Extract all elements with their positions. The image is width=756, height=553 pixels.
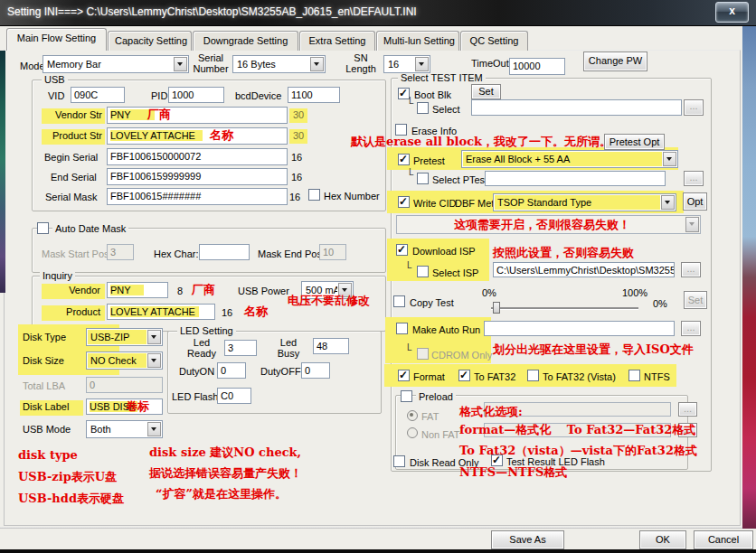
vendor-str-length: 30 (289, 108, 307, 123)
usb-group-legend: USB (42, 74, 68, 86)
auto-date-mask-checkbox[interactable] (37, 222, 49, 234)
chevron-down-icon[interactable] (174, 57, 187, 71)
boot-blk-select-input[interactable] (471, 99, 682, 116)
inquiry-product-label: Product (42, 305, 105, 321)
tree-branch: L (407, 343, 412, 352)
make-auto-run-input[interactable] (484, 321, 675, 336)
chevron-down-icon[interactable] (147, 422, 161, 436)
boot-blk-set-button[interactable]: Set (471, 84, 501, 99)
boot-blk-browse-button[interactable]: ... (684, 99, 704, 116)
inquiry-product-input[interactable]: LOVELY ATTACHE (107, 304, 215, 320)
dutyon-input[interactable]: 0 (217, 362, 246, 379)
led-busy-label: LedBusy (269, 337, 307, 359)
chevron-down-icon[interactable] (147, 353, 161, 368)
select-isp-checkbox[interactable] (417, 266, 429, 277)
bcddevice-input[interactable]: 1100 (288, 87, 340, 103)
serial-number-select[interactable]: 16 Bytes (232, 55, 326, 73)
sn-length-label: SNLength (340, 52, 382, 74)
preload-checkbox[interactable] (401, 390, 412, 402)
copy-test-slider-track[interactable] (491, 307, 638, 309)
timeout-input[interactable]: 10000 (509, 58, 565, 75)
pretest-checkbox[interactable] (398, 154, 410, 165)
pretest-opt-button[interactable]: Pretest Opt (604, 134, 665, 150)
copy-test-slider-thumb[interactable] (493, 302, 500, 314)
usb-mode-select[interactable]: Both (86, 420, 163, 438)
tab-downgrade-setting[interactable]: Downgrade Setting (193, 31, 298, 51)
begin-serial-input[interactable]: FBF1006150000072 (107, 148, 288, 165)
tab-multi-lun-setting[interactable]: Multi-lun Setting (376, 31, 459, 51)
to-fat32-vista-checkbox[interactable] (527, 370, 539, 381)
note-fail-warning: 据说选择错误容易量产失败！ (149, 466, 302, 480)
change-pw-button[interactable]: Change PW (583, 52, 647, 71)
tab-capacity-setting[interactable]: Capacity Setting (108, 31, 192, 51)
tab-main-flow-setting[interactable]: Main Flow Setting (6, 28, 107, 51)
disk-size-select[interactable]: NO Check (86, 351, 163, 370)
inquiry-vendor-input[interactable]: PNY (107, 282, 168, 298)
product-str-input[interactable]: LOVELY ATTACHE (107, 127, 288, 145)
dbf-method-select[interactable]: TSOP Standard Type (493, 193, 676, 211)
chevron-down-icon[interactable] (310, 57, 324, 71)
opt-button[interactable]: Opt (683, 192, 707, 211)
hex-char-input[interactable] (199, 244, 250, 260)
hex-number-checkbox[interactable] (308, 189, 320, 201)
dutyoff-input[interactable]: 0 (301, 362, 330, 379)
mask-end-pos-label: Mask End Pos: (258, 248, 325, 260)
select-ptest-checkbox[interactable] (417, 173, 429, 184)
non-fat-radio[interactable] (407, 427, 418, 438)
make-auto-run-checkbox[interactable] (396, 323, 408, 334)
chevron-down-icon[interactable] (663, 152, 676, 166)
copy-test-checkbox[interactable] (393, 295, 405, 307)
pretest-select[interactable]: Erase All Block + 55 AA (461, 150, 678, 168)
mode-select[interactable]: Memory Bar (43, 55, 189, 73)
pid-input[interactable]: 1000 (168, 87, 224, 103)
select-isp-input[interactable]: C:\Users\LemmyChrist\Desktop\SM3255A (493, 262, 675, 277)
select-ptest-browse-button[interactable]: ... (684, 171, 704, 186)
cdrom-only-checkbox[interactable] (417, 348, 429, 360)
boot-blk-label: Boot Blk (414, 89, 451, 101)
led-busy-input[interactable]: 48 (313, 338, 349, 354)
desktop-wallpaper-left (0, 51, 5, 293)
chevron-down-icon[interactable] (685, 217, 699, 232)
auto-date-mask-label: Auto Date Mask (52, 222, 128, 235)
preload-browse-button-1[interactable]: ... (678, 402, 697, 417)
mask-start-pos-input[interactable]: 3 (107, 244, 134, 260)
save-as-button[interactable]: Save As (491, 530, 564, 549)
boot-blk-select-checkbox[interactable] (417, 102, 429, 114)
write-cid-checkbox[interactable] (398, 196, 410, 208)
select-ptest-label: Select PTest (432, 173, 487, 186)
vid-input[interactable]: 090C (71, 87, 125, 103)
disk-read-only-checkbox[interactable] (393, 455, 405, 467)
ntfs-checkbox[interactable] (628, 370, 640, 381)
sn-length-select[interactable]: 16 (383, 55, 430, 73)
mask-end-pos-input[interactable]: 10 (319, 244, 346, 260)
ok-button[interactable]: OK (639, 530, 686, 549)
ntfs-label: NTFS (644, 370, 670, 383)
chevron-down-icon[interactable] (147, 330, 161, 344)
make-auto-run-browse-button[interactable]: ... (681, 321, 701, 336)
disk-type-select[interactable]: USB-ZIP (86, 328, 163, 346)
format-checkbox[interactable] (398, 370, 410, 381)
serial-mask-input[interactable]: FBF100615####### (107, 188, 288, 205)
pretest-label: Pretest (413, 155, 445, 167)
cancel-button[interactable]: Cancel (694, 530, 753, 549)
led-ready-input[interactable]: 3 (224, 340, 257, 356)
led-flash-input[interactable]: C0 (217, 388, 251, 404)
total-lba-input[interactable]: 0 (86, 377, 163, 393)
vendor-str-input[interactable]: PNY (107, 107, 288, 124)
close-button[interactable]: x (715, 2, 749, 23)
to-fat32-checkbox[interactable] (458, 370, 470, 381)
tab-extra-setting[interactable]: Extra Setting (299, 31, 375, 51)
fat-radio[interactable] (407, 410, 418, 421)
disk-label-input[interactable]: USB DISK (86, 398, 163, 415)
select-ptest-input[interactable] (485, 171, 666, 186)
fat-label: FAT (421, 410, 439, 423)
tab-qc-setting[interactable]: QC Setting (460, 31, 528, 51)
download-isp-checkbox[interactable] (396, 244, 408, 256)
cid-info-select[interactable]: 这项需要开启，否则很容易失败！ (396, 215, 701, 234)
select-isp-browse-button[interactable]: ... (681, 262, 701, 277)
end-serial-input[interactable]: FBF1006159999999 (107, 168, 288, 185)
copy-test-set-button[interactable]: Set (684, 291, 707, 309)
to-fat32-label: To FAT32 (474, 370, 515, 383)
chevron-down-icon[interactable] (415, 57, 429, 71)
chevron-down-icon[interactable] (661, 195, 675, 210)
